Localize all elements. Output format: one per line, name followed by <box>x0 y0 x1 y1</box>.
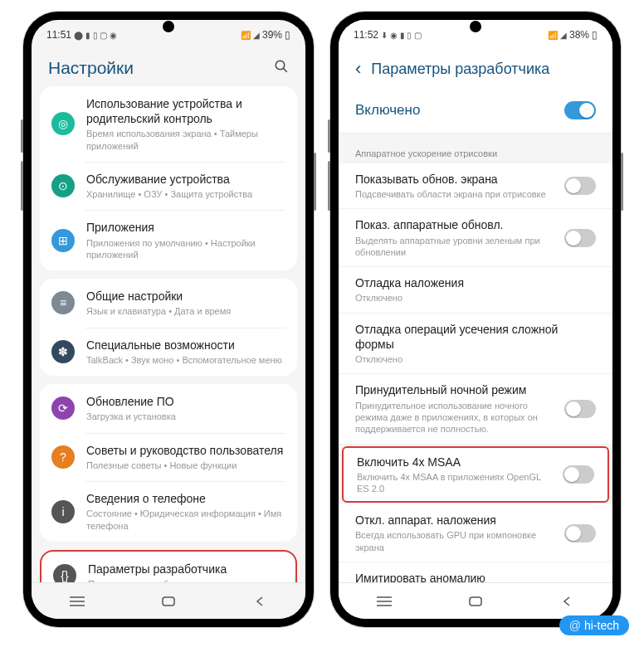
settings-list[interactable]: ◎Использование устройства и родительский… <box>32 86 305 582</box>
usage-icon: ◎ <box>51 112 75 135</box>
svg-rect-5 <box>163 597 174 606</box>
row-show-screen-updates[interactable]: Показывать обнов. экранаПодсвечивать обл… <box>339 163 612 209</box>
toggle-show-hw-updates[interactable] <box>564 229 596 247</box>
settings-item-developer[interactable]: {}Параметры разработчикаПараметры разраб… <box>41 552 295 582</box>
master-toggle[interactable] <box>564 101 596 119</box>
row-4x-msaa-highlighted[interactable]: Включить 4x MSAAВключить 4x MSAA в прило… <box>342 446 609 503</box>
master-toggle-row[interactable]: Включено <box>339 88 612 134</box>
accessibility-icon: ✽ <box>51 340 75 363</box>
navigation-bar <box>32 582 305 619</box>
update-icon: ⟳ <box>51 396 75 420</box>
toggle-show-screen-updates[interactable] <box>564 177 596 195</box>
settings-item-tips[interactable]: ?Советы и руководство пользователяПолезн… <box>40 433 297 481</box>
status-notification-icons: ⬇ ◉ ▮ ▯ ▢ <box>381 31 422 40</box>
nav-home[interactable] <box>159 592 178 611</box>
status-signal-icons: 📶 ◢ <box>241 31 260 40</box>
status-battery: 38% <box>569 29 589 41</box>
row-simulate-anomaly[interactable]: Имитировать аномалиюОтключено <box>339 562 612 582</box>
svg-line-1 <box>283 68 287 72</box>
settings-item-developer-highlighted: {}Параметры разработчикаПараметры разраб… <box>40 550 297 582</box>
toggle-disable-hw-overlays[interactable] <box>564 524 596 542</box>
toggle-4x-msaa[interactable] <box>563 465 594 484</box>
battery-icon: ▯ <box>285 29 290 41</box>
developer-header: ‹ Параметры разработчика <box>339 46 612 88</box>
phone-left: 11:51 ⬤ ▮ ▯ ▢ ◉ 📶 ◢ 39% ▯ Настройки ◎Исп… <box>23 12 314 627</box>
settings-header: Настройки <box>32 46 305 86</box>
search-icon[interactable] <box>274 59 289 78</box>
row-disable-hw-overlays[interactable]: Откл. аппарат. наложенияВсегда использов… <box>339 504 612 562</box>
nav-back[interactable] <box>558 592 576 611</box>
status-signal-icons: 📶 ◢ <box>548 31 567 40</box>
tips-icon: ? <box>51 445 75 469</box>
status-time: 11:51 <box>46 29 71 41</box>
nav-home[interactable] <box>466 592 485 611</box>
master-toggle-label: Включено <box>355 102 420 119</box>
navigation-bar <box>339 582 612 619</box>
nav-recents[interactable] <box>375 592 393 611</box>
care-icon: ⊙ <box>51 174 75 197</box>
nav-recents[interactable] <box>68 592 86 611</box>
phone-right: 11:52 ⬇ ◉ ▮ ▯ ▢ 📶 ◢ 38% ▯ ‹ Параметры ра… <box>330 12 621 627</box>
settings-item-apps[interactable]: ⊞ПриложенияПриложения по умолчанию • Нас… <box>40 210 297 270</box>
row-clip-debug[interactable]: Отладка операций усечения сложной формыО… <box>339 314 612 375</box>
settings-item-general[interactable]: ≡Общие настройкиЯзык и клавиатура • Дата… <box>40 279 297 327</box>
camera-notch <box>470 21 481 32</box>
row-force-dark[interactable]: Принудительный ночной режимПринудительно… <box>339 374 612 444</box>
apps-icon: ⊞ <box>51 229 75 252</box>
settings-item-usage[interactable]: ◎Использование устройства и родительский… <box>40 86 297 162</box>
about-icon: i <box>51 500 75 523</box>
toggle-force-dark[interactable] <box>564 400 596 418</box>
section-header: Аппаратное ускорение отрисовки <box>339 134 612 163</box>
nav-back[interactable] <box>251 592 269 611</box>
settings-item-accessibility[interactable]: ✽Специальные возможностиTalkBack • Звук … <box>40 328 297 376</box>
settings-item-update[interactable]: ⟳Обновление ПОЗагрузка и установка <box>40 384 297 432</box>
svg-point-0 <box>276 61 285 70</box>
page-title: Настройки <box>48 58 264 78</box>
svg-rect-9 <box>470 597 481 606</box>
watermark: hi-tech <box>559 615 629 635</box>
developer-icon: {} <box>53 564 76 582</box>
battery-icon: ▯ <box>592 29 598 41</box>
status-time: 11:52 <box>354 29 378 41</box>
row-show-hw-updates[interactable]: Показ. аппаратные обновл.Выделять аппара… <box>339 209 612 267</box>
settings-item-care[interactable]: ⊙Обслуживание устройстваХранилище • ОЗУ … <box>40 162 297 210</box>
status-battery: 39% <box>262 29 282 41</box>
settings-item-about[interactable]: iСведения о телефонеСостояние • Юридичес… <box>40 481 297 542</box>
page-title: Параметры разработчика <box>371 61 596 78</box>
camera-notch <box>163 21 174 32</box>
status-notification-icons: ⬤ ▮ ▯ ▢ ◉ <box>74 31 117 40</box>
back-button[interactable]: ‹ <box>355 58 361 80</box>
developer-list[interactable]: Аппаратное ускорение отрисовки Показыват… <box>339 134 612 582</box>
row-overlay-debug[interactable]: Отладка наложенияОтключено <box>339 267 612 313</box>
general-icon: ≡ <box>51 291 75 314</box>
